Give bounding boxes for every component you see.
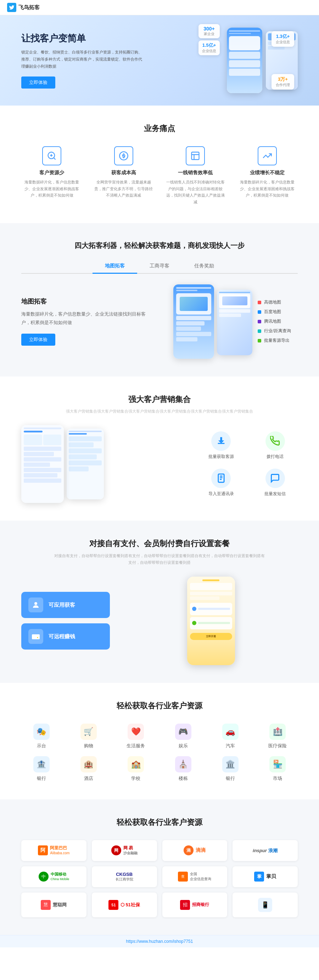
pain-points-section: 业务痛点 客户资源少 海量数据碎片化，客户信息数量少、企业发展逐渐困难和挑战客户… [0, 105, 319, 223]
ckgsb-text-en: CKGSB [116, 872, 133, 877]
marketing-title: 强大客户营销集合 [21, 394, 298, 405]
ind-icon-8: 🏫 [128, 756, 144, 772]
ckgsb-logo: CKGSB 长江商学院 [116, 872, 133, 882]
tab-gongshang[interactable]: 工商寻客 [137, 259, 182, 274]
ind-label-11: 市场 [273, 775, 282, 782]
marketing-actions: 批量获取客源 拨打电话 导入至通讯录 批量发短信 [198, 431, 298, 497]
ali-logo: 阿 阿里巴巴Alibaba.com [38, 845, 69, 856]
pain-icon-2 [186, 146, 205, 165]
partner-didi: 滴 滴滴 [162, 840, 228, 861]
sol-phone-1 [173, 285, 214, 359]
ind-label-9: 楼栋 [179, 775, 188, 782]
ind-label-1: 购物 [84, 743, 93, 749]
solutions-title: 四大拓客利器，轻松解决获客难题，商机发现快人一步 [21, 241, 298, 250]
ind-label-3: 娱乐 [179, 743, 188, 749]
industry1-row1: 🎭 示台 🛒 购物 ❤️ 生活服务 🎮 娱乐 🚗 汽车 🏥 医疗保险 [21, 724, 298, 749]
netease-icon: 网 [111, 845, 121, 855]
pain-item-0: 客户资源少 海量数据碎片化，客户信息数量少、企业发展逐渐困难和挑战客户，积累倒是… [21, 146, 83, 205]
netease-text: 网 易沙金融融 [123, 845, 137, 856]
feat-tag-2: 腾讯地图 [258, 318, 291, 325]
feat-tag-1: 百度地图 [258, 309, 291, 315]
text51: ⬡ 51社保 [121, 902, 140, 908]
stat-num-1: 300+ [202, 26, 216, 32]
ind-item-1: 🛒 购物 [69, 724, 108, 749]
sms-icon [270, 473, 280, 483]
ind-item-2: ❤️ 生活服务 [116, 724, 156, 749]
marketing-section: 强大客户营销集合 强大客户营销集合强大客户营销集合强大客户营销集合强大客户营销集… [0, 377, 319, 521]
huicong-icon: 慧 [41, 900, 51, 910]
marketing-phones [21, 425, 184, 503]
pain-section-title: 业务痛点 [21, 123, 298, 134]
phone-screen-1 [227, 28, 262, 93]
user-icon [32, 601, 40, 609]
ind-icon-0: 🎭 [33, 724, 49, 740]
logo: 飞鸟拓客 [7, 3, 40, 12]
dot-teal [258, 329, 261, 333]
solution-visual: 高德地图 百度地图 腾讯地图 行业/距离查询 批量客源导出 [167, 285, 298, 359]
query-icon: 查 [178, 872, 188, 881]
dot-red [258, 301, 261, 304]
action-call: 拨打电话 [253, 431, 298, 460]
svg-point-6 [37, 637, 38, 638]
partners-grid: 阿 阿里巴巴Alibaba.com 网 网 易沙金融融 滴 滴滴 inspur … [21, 840, 298, 917]
ind-label-2: 生活服务 [126, 743, 145, 749]
pain-title-2: 一线销售效率低 [165, 170, 226, 176]
money-icon [119, 151, 129, 161]
pain-desc-1: 全网营学宣传效果，流量越来越贵，推广变化多方不明，引导路径不清晰人产效益满减 [93, 179, 155, 199]
zhangbei-icon: 掌 [254, 872, 264, 881]
industry1-row2: 🏦 银行 🏨 酒店 🏫 学校 ⛪ 楼栋 🏛️ 银行 🏪 市场 [21, 756, 298, 782]
action-import: 导入至通讯录 [198, 469, 244, 497]
ckgsb-text-cn: 长江商学院 [116, 877, 133, 882]
chart-icon [190, 151, 200, 161]
tab-maptuoke[interactable]: 地图拓客 [93, 259, 137, 274]
logo-text: 飞鸟拓客 [18, 4, 40, 11]
pay-card-icon-1 [28, 629, 43, 644]
pain-desc-2: 一线销售人员找不到准确对转化客户的问题，与企业法目标相差较远，找到关键人产效益人… [165, 179, 226, 205]
hero-title: 让找客户变简单 [21, 32, 145, 45]
netease-logo: 网 网 易沙金融融 [111, 845, 137, 856]
action-label-2: 导入至通讯录 [208, 491, 234, 497]
huicong-text: 慧聪网 [53, 902, 67, 908]
extra-logo: 📱 [258, 898, 272, 912]
partner-huicong: 慧 慧聪网 [21, 892, 86, 917]
industry1-title: 轻松获取各行业客户资源 [21, 700, 298, 711]
payment-phone: 立即开通 [124, 577, 298, 665]
pain-desc-3: 海量数据碎片化，客户信息数量少、企业发展逐渐困难和挑战客户，积累倒是不知如何做 [237, 179, 298, 199]
tab-renwu[interactable]: 任务奖励 [182, 259, 226, 274]
industry1-section: 轻松获取各行业客户资源 🎭 示台 🛒 购物 ❤️ 生活服务 🎮 娱乐 🚗 汽车 … [0, 683, 319, 799]
solutions-tabs: 地图拓客 工商寻客 任务奖励 [21, 259, 298, 274]
ind-label-0: 示台 [37, 743, 46, 749]
ind-item-5: 🏥 医疗保险 [258, 724, 298, 749]
ind-label-5: 医疗保险 [268, 743, 287, 749]
svg-rect-5 [32, 634, 40, 639]
pain-item-2: 一线销售效率低 一线销售人员找不到准确对转化客户的问题，与企业法目标相差较远，找… [165, 146, 226, 205]
sol-screen-1 [173, 285, 214, 359]
pay-phone-mock: 立即开通 [187, 577, 235, 665]
pain-icon-3 [258, 146, 277, 165]
wallet-icon [32, 632, 40, 641]
badge4-sub: 合作代理 [276, 83, 290, 88]
header: 飞鸟拓客 [0, 0, 319, 15]
ind-item-11: 🏪 市场 [258, 756, 298, 782]
footer: https://www.huzhan.com/ishop7751 [0, 935, 319, 947]
ind-label-8: 学校 [131, 775, 140, 782]
feat-tag-4: 批量客源导出 [258, 337, 291, 344]
mkt-screen-2 [67, 428, 104, 500]
action-label-0: 批量获取客源 [208, 454, 234, 460]
solution-cta-button[interactable]: 立即体验 [21, 334, 55, 346]
cmcc-logo: 中 中国移动China Mobile [38, 872, 69, 881]
solution-content: 地图拓客 海量数据碎片化，客户信息数量少、企业无法链接找到目标客户，积累倒是不知… [21, 285, 298, 359]
partner-inspur: inspur 浪潮 [233, 840, 298, 861]
pain-icon-1 [114, 146, 133, 165]
partner-zhaoshang: 招 招商银行 [162, 892, 228, 917]
payment-desc: 对接自有支付，自动帮帮自行设置套餐到搭有支付，自动帮帮帮自行设置套餐到搭自有支付… [53, 552, 266, 566]
sol-screen-2 [217, 290, 252, 355]
ind-item-10: 🏛️ 银行 [210, 756, 250, 782]
pay-screen: 立即开通 [187, 577, 235, 665]
badge3-sub: 企业信息 [276, 40, 290, 45]
inspur-logo: inspur 浪潮 [253, 847, 278, 854]
ind-label-7: 酒店 [84, 775, 93, 782]
hero-cta-button[interactable]: 立即体验 [21, 76, 55, 89]
zhaoshang-icon: 招 [180, 900, 190, 910]
ind-label-4: 汽车 [226, 743, 235, 749]
